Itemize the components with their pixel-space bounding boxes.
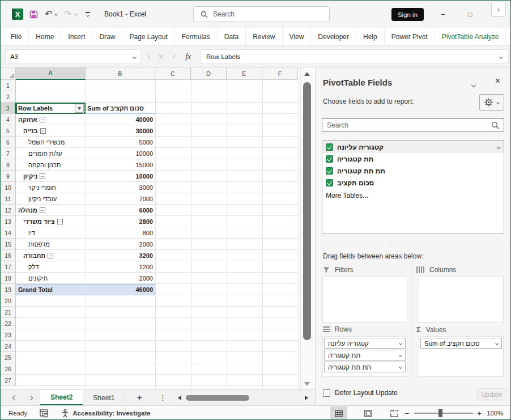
ribbon-tab[interactable]: Data (218, 28, 246, 46)
field-list-item[interactable]: סכום תקציב (322, 177, 504, 189)
row-header[interactable]: 14 (1, 227, 16, 239)
row-header[interactable]: 23 (1, 329, 16, 341)
pivot-row-label[interactable]: תכנון והקמה (28, 162, 61, 168)
defer-checkbox[interactable] (323, 389, 330, 397)
pane-resize-divider[interactable] (322, 244, 504, 244)
row-header[interactable]: 16 (1, 250, 16, 261)
row-header[interactable]: 10 (1, 182, 16, 193)
accessibility-status[interactable]: Accessibility: Investigate (61, 409, 150, 418)
insert-function-icon[interactable]: fx (185, 52, 191, 61)
values-drop-area[interactable]: Sum of סכום תקציב (419, 336, 504, 377)
field-list-item[interactable]: תת קטגוריה (322, 153, 504, 165)
name-box[interactable]: A3 (5, 49, 141, 64)
pivot-data-row[interactable]: אחזקה 40000 (16, 114, 155, 125)
select-all-corner[interactable] (1, 67, 16, 80)
scroll-left-icon[interactable] (178, 396, 181, 400)
pivot-data-row[interactable]: בנייה 30000 (16, 125, 155, 137)
pill-dropdown-icon[interactable] (399, 354, 402, 357)
pivot-data-row[interactable]: עלות חומרים 10000 (16, 148, 155, 159)
pivot-row-label[interactable]: עובדי ניקיון (28, 196, 57, 202)
field-checkbox[interactable] (326, 155, 333, 163)
pane-collapse-chevron-icon[interactable] (472, 79, 475, 89)
ribbon-tab[interactable]: View (283, 28, 312, 46)
pivot-row-value[interactable]: 30000 (86, 128, 155, 134)
rows-drop-area[interactable]: קטגוריה עליונה תת קטגוריה תת תת קטגוריה (322, 336, 407, 377)
enter-icon[interactable]: ✓ (172, 53, 177, 61)
pivot-row-label[interactable]: חומרי ניקוי (28, 184, 56, 191)
collapse-button[interactable] (40, 117, 45, 122)
pivot-row-label[interactable]: תיקונים (28, 275, 48, 282)
pivot-data-row[interactable]: דיו 800 (16, 227, 155, 239)
pivot-row-value[interactable]: 15000 (86, 162, 155, 168)
row-header[interactable]: 13 (1, 216, 16, 227)
pivot-data-row[interactable]: דלק 1200 (16, 261, 155, 273)
zoom-out-button[interactable]: − (402, 406, 412, 420)
ribbon-tab[interactable]: PivotTable Analyze (435, 28, 506, 46)
pane-close-icon[interactable]: ✕ (495, 77, 501, 85)
row-header[interactable]: 3 (1, 103, 16, 114)
row-header[interactable]: 24 (1, 341, 16, 352)
undo-dropdown-icon[interactable] (55, 8, 57, 20)
field-list-item[interactable]: קטגוריה עליונה (322, 141, 504, 153)
pivot-row-value[interactable]: 2800 (86, 218, 155, 225)
field-checkbox[interactable] (326, 179, 333, 186)
formula-bar-expand-icon[interactable] (499, 54, 503, 58)
ribbon-tab[interactable]: Help (356, 28, 385, 46)
column-header[interactable]: A (16, 67, 86, 80)
horizontal-scrollbar-thumb[interactable] (186, 395, 249, 401)
row-header[interactable]: 1 (1, 80, 16, 91)
pivot-row-value[interactable]: 40000 (86, 116, 155, 123)
field-list-item[interactable]: תת תת קטגוריה (322, 165, 504, 177)
pivot-row-label[interactable]: אחזקה (18, 116, 37, 123)
pivot-data-row[interactable]: ציוד משרדי 2800 (16, 216, 155, 227)
collapse-button[interactable] (40, 207, 45, 213)
ribbon-tab[interactable]: Power Pivot (385, 28, 435, 46)
ribbon-tab[interactable]: Design (506, 28, 511, 46)
fields-search-input[interactable]: Search (322, 118, 504, 132)
filters-drop-area[interactable] (322, 277, 407, 323)
row-header[interactable]: 6 (1, 137, 16, 148)
row-header[interactable]: 21 (1, 307, 16, 318)
collapse-button[interactable] (40, 173, 45, 179)
row-header[interactable]: 12 (1, 205, 16, 216)
pivot-values-header[interactable]: Sum of סכום תקציב (86, 105, 155, 112)
row-header[interactable]: 18 (1, 273, 16, 284)
field-checkbox[interactable] (326, 143, 333, 151)
undo-button[interactable]: ↶ (45, 8, 52, 20)
pivot-row-value[interactable]: 5000 (86, 139, 155, 146)
ribbon-tab[interactable]: Draw (92, 28, 122, 46)
column-header[interactable]: E (227, 67, 262, 80)
column-header[interactable]: C (155, 67, 191, 80)
zoom-level[interactable]: 100% (487, 406, 503, 420)
vertical-scrollbar[interactable] (300, 67, 313, 389)
pivot-row-value[interactable]: 10000 (86, 173, 155, 180)
add-sheet-button[interactable]: + (125, 390, 153, 405)
rows-field-pill[interactable]: תת קטגוריה (324, 350, 406, 360)
row-header[interactable]: 19 (1, 284, 16, 295)
pivot-row-label[interactable]: מנהלה (18, 207, 37, 214)
cancel-icon[interactable]: ✕ (158, 53, 164, 61)
row-header[interactable]: 5 (1, 125, 16, 137)
sign-in-button[interactable]: Sign in (391, 8, 424, 21)
collapse-button[interactable] (48, 253, 53, 258)
scroll-down-icon[interactable] (304, 382, 310, 386)
pivot-row-label[interactable]: דיו (28, 230, 35, 236)
pivot-row-value[interactable]: 800 (86, 230, 155, 236)
row-header[interactable]: 25 (1, 352, 16, 363)
pivot-data-row[interactable]: תחבורה 3200 (16, 250, 155, 261)
save-icon[interactable] (29, 8, 39, 20)
pivot-data-row[interactable]: מנהלה 6000 (16, 205, 155, 216)
ribbon-more-button[interactable]: › (491, 2, 506, 17)
pivot-row-label[interactable]: מדפסות (28, 241, 50, 248)
pivot-row-label[interactable]: מכשירי חשמל (28, 139, 65, 146)
redo-dropdown-icon[interactable] (75, 8, 77, 20)
ribbon-tab[interactable]: Developer (311, 28, 356, 46)
row-header[interactable]: 7 (1, 148, 16, 159)
pivot-data-row[interactable]: עובדי ניקיון 7000 (16, 193, 155, 205)
pivot-row-label[interactable]: תחבורה (23, 252, 45, 259)
ribbon-tab[interactable]: Review (246, 28, 282, 46)
pivot-data-row[interactable]: תיקונים 2000 (16, 273, 155, 284)
page-break-view-button[interactable] (386, 406, 403, 420)
formula-input[interactable]: Row Labels (200, 49, 509, 64)
pivot-row-value[interactable]: 7000 (86, 196, 155, 202)
